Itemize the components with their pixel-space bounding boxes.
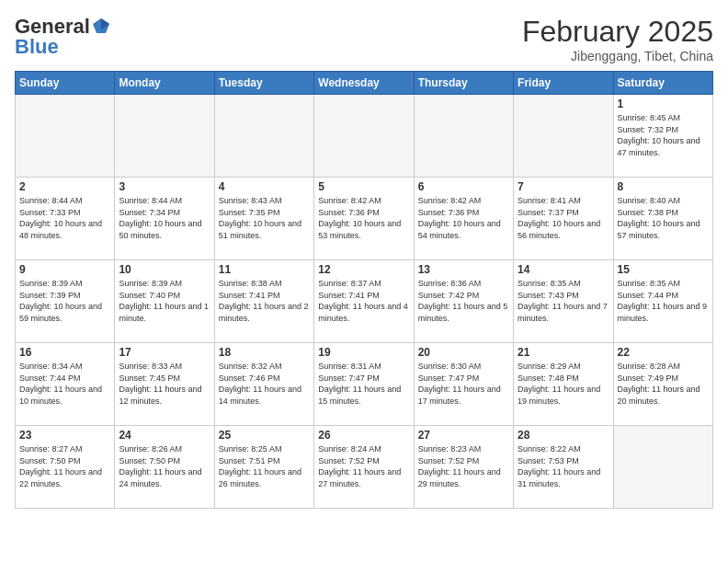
calendar-body: 1Sunrise: 8:45 AMSunset: 7:32 PMDaylight… xyxy=(16,95,713,509)
calendar-cell: 14Sunrise: 8:35 AMSunset: 7:43 PMDayligh… xyxy=(514,260,613,343)
day-number: 18 xyxy=(219,346,310,359)
calendar-cell xyxy=(314,95,414,178)
day-number: 28 xyxy=(518,429,609,442)
weekday-header: Tuesday xyxy=(214,72,313,95)
day-info: Sunrise: 8:26 AMSunset: 7:50 PMDaylight:… xyxy=(119,443,210,489)
calendar-cell: 12Sunrise: 8:37 AMSunset: 7:41 PMDayligh… xyxy=(314,260,414,343)
day-number: 4 xyxy=(219,180,310,193)
day-number: 24 xyxy=(119,429,210,442)
calendar-cell: 15Sunrise: 8:35 AMSunset: 7:44 PMDayligh… xyxy=(613,260,712,343)
title-area: February 2025 Jibenggang, Tibet, China xyxy=(522,15,713,63)
day-number: 6 xyxy=(418,180,509,193)
day-number: 9 xyxy=(19,263,110,276)
day-info: Sunrise: 8:45 AMSunset: 7:32 PMDaylight:… xyxy=(618,112,709,158)
day-info: Sunrise: 8:23 AMSunset: 7:52 PMDaylight:… xyxy=(418,443,509,489)
day-info: Sunrise: 8:27 AMSunset: 7:50 PMDaylight:… xyxy=(19,443,110,489)
day-number: 13 xyxy=(418,263,509,276)
page-header: General Blue February 2025 Jibenggang, T… xyxy=(15,15,713,63)
day-info: Sunrise: 8:34 AMSunset: 7:44 PMDaylight:… xyxy=(19,361,110,407)
calendar-cell: 23Sunrise: 8:27 AMSunset: 7:50 PMDayligh… xyxy=(16,426,115,509)
weekday-header: Saturday xyxy=(613,72,712,95)
calendar-cell: 17Sunrise: 8:33 AMSunset: 7:45 PMDayligh… xyxy=(115,343,214,426)
day-info: Sunrise: 8:31 AMSunset: 7:47 PMDaylight:… xyxy=(318,361,409,407)
day-number: 3 xyxy=(119,180,210,193)
calendar-cell xyxy=(414,95,513,178)
weekday-header: Friday xyxy=(514,72,613,95)
day-info: Sunrise: 8:41 AMSunset: 7:37 PMDaylight:… xyxy=(518,195,609,241)
calendar-cell: 5Sunrise: 8:42 AMSunset: 7:36 PMDaylight… xyxy=(314,178,414,260)
day-info: Sunrise: 8:42 AMSunset: 7:36 PMDaylight:… xyxy=(418,195,509,241)
day-info: Sunrise: 8:36 AMSunset: 7:42 PMDaylight:… xyxy=(418,278,509,324)
day-number: 23 xyxy=(19,429,110,442)
day-info: Sunrise: 8:25 AMSunset: 7:51 PMDaylight:… xyxy=(219,443,310,489)
day-number: 16 xyxy=(19,346,110,359)
day-info: Sunrise: 8:39 AMSunset: 7:40 PMDaylight:… xyxy=(119,278,210,324)
day-number: 1 xyxy=(618,98,709,110)
calendar-cell: 18Sunrise: 8:32 AMSunset: 7:46 PMDayligh… xyxy=(214,343,313,426)
calendar-cell: 21Sunrise: 8:29 AMSunset: 7:48 PMDayligh… xyxy=(514,343,613,426)
day-number: 7 xyxy=(518,180,609,193)
weekday-header: Wednesday xyxy=(314,72,414,95)
calendar-cell: 19Sunrise: 8:31 AMSunset: 7:47 PMDayligh… xyxy=(314,343,414,426)
weekday-header: Monday xyxy=(115,72,214,95)
logo-blue: Blue xyxy=(15,35,59,59)
day-number: 14 xyxy=(518,263,609,276)
day-info: Sunrise: 8:32 AMSunset: 7:46 PMDaylight:… xyxy=(219,361,310,407)
calendar-cell: 10Sunrise: 8:39 AMSunset: 7:40 PMDayligh… xyxy=(115,260,214,343)
day-info: Sunrise: 8:44 AMSunset: 7:33 PMDaylight:… xyxy=(19,195,110,241)
logo: General Blue xyxy=(15,15,111,59)
location: Jibenggang, Tibet, China xyxy=(522,49,713,63)
calendar-cell: 9Sunrise: 8:39 AMSunset: 7:39 PMDaylight… xyxy=(16,260,115,343)
weekday-header: Sunday xyxy=(16,72,115,95)
calendar-cell: 1Sunrise: 8:45 AMSunset: 7:32 PMDaylight… xyxy=(613,95,712,178)
day-number: 26 xyxy=(318,429,409,442)
day-number: 2 xyxy=(19,180,110,193)
calendar-cell: 8Sunrise: 8:40 AMSunset: 7:38 PMDaylight… xyxy=(613,178,712,260)
day-number: 27 xyxy=(418,429,509,442)
day-info: Sunrise: 8:38 AMSunset: 7:41 PMDaylight:… xyxy=(219,278,310,324)
calendar-cell: 25Sunrise: 8:25 AMSunset: 7:51 PMDayligh… xyxy=(214,426,313,509)
day-number: 25 xyxy=(219,429,310,442)
calendar-cell: 27Sunrise: 8:23 AMSunset: 7:52 PMDayligh… xyxy=(414,426,513,509)
day-info: Sunrise: 8:28 AMSunset: 7:49 PMDaylight:… xyxy=(618,361,709,407)
calendar-cell: 26Sunrise: 8:24 AMSunset: 7:52 PMDayligh… xyxy=(314,426,414,509)
day-number: 22 xyxy=(618,346,709,359)
day-info: Sunrise: 8:39 AMSunset: 7:39 PMDaylight:… xyxy=(19,278,110,324)
day-info: Sunrise: 8:33 AMSunset: 7:45 PMDaylight:… xyxy=(119,361,210,407)
calendar-cell: 11Sunrise: 8:38 AMSunset: 7:41 PMDayligh… xyxy=(214,260,313,343)
day-number: 8 xyxy=(618,180,709,193)
day-info: Sunrise: 8:44 AMSunset: 7:34 PMDaylight:… xyxy=(119,195,210,241)
calendar-cell: 3Sunrise: 8:44 AMSunset: 7:34 PMDaylight… xyxy=(115,178,214,260)
day-info: Sunrise: 8:40 AMSunset: 7:38 PMDaylight:… xyxy=(618,195,709,241)
day-info: Sunrise: 8:29 AMSunset: 7:48 PMDaylight:… xyxy=(518,361,609,407)
day-number: 20 xyxy=(418,346,509,359)
day-number: 11 xyxy=(219,263,310,276)
month-title: February 2025 xyxy=(522,15,713,49)
calendar-header: SundayMondayTuesdayWednesdayThursdayFrid… xyxy=(16,72,713,95)
calendar-cell xyxy=(115,95,214,178)
day-info: Sunrise: 8:35 AMSunset: 7:43 PMDaylight:… xyxy=(518,278,609,324)
calendar-cell xyxy=(214,95,313,178)
calendar-cell: 20Sunrise: 8:30 AMSunset: 7:47 PMDayligh… xyxy=(414,343,513,426)
day-info: Sunrise: 8:42 AMSunset: 7:36 PMDaylight:… xyxy=(318,195,409,241)
day-number: 12 xyxy=(318,263,409,276)
calendar-cell: 2Sunrise: 8:44 AMSunset: 7:33 PMDaylight… xyxy=(16,178,115,260)
calendar-cell: 6Sunrise: 8:42 AMSunset: 7:36 PMDaylight… xyxy=(414,178,513,260)
calendar-cell xyxy=(16,95,115,178)
day-number: 15 xyxy=(618,263,709,276)
day-info: Sunrise: 8:37 AMSunset: 7:41 PMDaylight:… xyxy=(318,278,409,324)
day-info: Sunrise: 8:24 AMSunset: 7:52 PMDaylight:… xyxy=(318,443,409,489)
day-number: 21 xyxy=(518,346,609,359)
calendar-cell: 22Sunrise: 8:28 AMSunset: 7:49 PMDayligh… xyxy=(613,343,712,426)
day-info: Sunrise: 8:22 AMSunset: 7:53 PMDaylight:… xyxy=(518,443,609,489)
calendar-cell xyxy=(514,95,613,178)
day-info: Sunrise: 8:30 AMSunset: 7:47 PMDaylight:… xyxy=(418,361,509,407)
calendar-table: SundayMondayTuesdayWednesdayThursdayFrid… xyxy=(15,71,713,509)
calendar-cell: 24Sunrise: 8:26 AMSunset: 7:50 PMDayligh… xyxy=(115,426,214,509)
day-info: Sunrise: 8:35 AMSunset: 7:44 PMDaylight:… xyxy=(618,278,709,324)
weekday-header: Thursday xyxy=(414,72,513,95)
calendar-cell xyxy=(613,426,712,509)
logo-flag-icon xyxy=(91,17,111,37)
day-number: 17 xyxy=(119,346,210,359)
day-info: Sunrise: 8:43 AMSunset: 7:35 PMDaylight:… xyxy=(219,195,310,241)
